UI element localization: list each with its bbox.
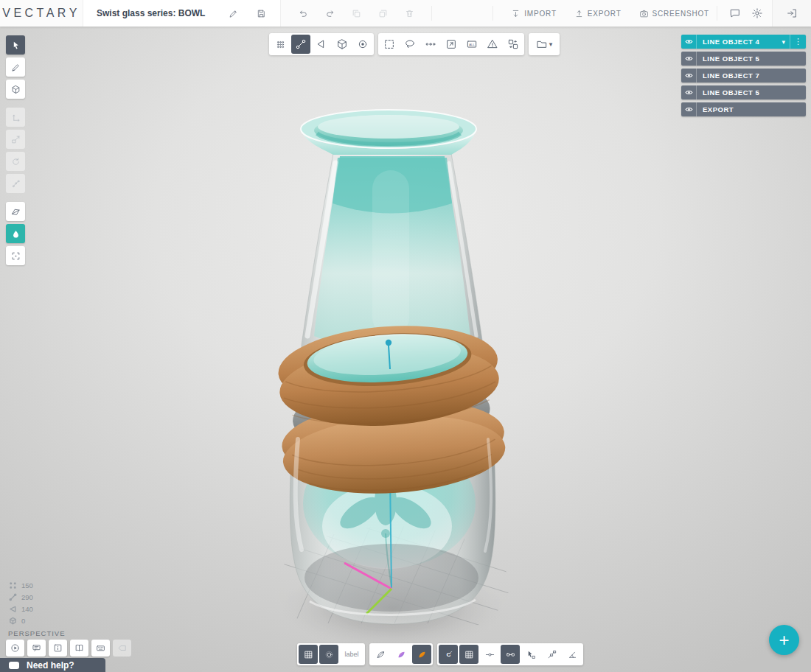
swap-selection-button[interactable]: [504, 35, 523, 54]
axis-y-line: [390, 477, 391, 588]
layer-caret-down-icon[interactable]: ▾: [782, 38, 790, 46]
visibility-eye-icon[interactable]: [681, 52, 697, 66]
app-window: VECTARY Swist glass series: BOWL: [0, 0, 811, 672]
layer-row[interactable]: LINE OBJECT 4 ▾ ⋮: [681, 35, 806, 49]
visibility-eye-icon[interactable]: [681, 35, 697, 49]
material-mode-button[interactable]: [412, 645, 431, 664]
app-logo[interactable]: VECTARY: [0, 7, 83, 20]
3d-viewport[interactable]: [0, 27, 811, 672]
undo-icon[interactable]: [294, 4, 312, 22]
snap-points-tool-button[interactable]: [6, 174, 25, 193]
selection-group: ALL: [378, 33, 524, 55]
faces-icon: [9, 605, 17, 613]
documentation-book-button[interactable]: [70, 640, 88, 657]
grow-selection-button[interactable]: [442, 35, 461, 54]
document-tab[interactable]: Swist glass series: BOWL: [83, 0, 281, 27]
loop-select-button[interactable]: [421, 35, 440, 54]
import-icon: [511, 9, 521, 18]
wireframe-mode-button[interactable]: [371, 645, 390, 664]
import-button[interactable]: IMPORT: [504, 9, 564, 18]
material-tool-button[interactable]: [6, 224, 25, 243]
soft-shading-button[interactable]: [319, 645, 338, 664]
angle-snap-button[interactable]: [563, 645, 582, 664]
screenshot-button[interactable]: SCREENSHOT: [632, 9, 717, 18]
select-tool-button[interactable]: [6, 35, 25, 55]
edit-actions: [281, 6, 432, 21]
rename-icon[interactable]: [224, 4, 242, 22]
save-icon[interactable]: [252, 4, 270, 22]
grid-toggle-button[interactable]: [299, 645, 318, 664]
snapping-group: C: [437, 643, 583, 665]
redo-icon[interactable]: [321, 4, 338, 22]
top-bar: VECTARY Swist glass series: BOWL: [0, 0, 811, 27]
matcap-mode-button[interactable]: [391, 645, 411, 664]
display-group: label: [297, 643, 365, 665]
camera-icon: [639, 9, 649, 18]
settings-gear-icon[interactable]: [748, 4, 766, 22]
export-button[interactable]: EXPORT: [567, 9, 629, 18]
rim-opening: [301, 110, 476, 148]
feedback-comment-button[interactable]: [27, 640, 46, 657]
select-all-button[interactable]: ALL: [462, 35, 481, 54]
marquee-select-button[interactable]: [380, 35, 399, 54]
delete-icon[interactable]: [400, 4, 418, 22]
add-object-fab[interactable]: +: [769, 625, 799, 655]
normals-warning-button[interactable]: [483, 35, 502, 54]
copy-icon[interactable]: [374, 4, 391, 22]
visibility-eye-icon[interactable]: [681, 102, 697, 116]
edge-snap-button[interactable]: [501, 645, 520, 664]
primitive-tool-button[interactable]: [6, 80, 25, 99]
geometry-stats: 150 290 140 0: [9, 581, 33, 625]
svg-text:ALL: ALL: [469, 43, 475, 46]
layer-row[interactable]: LINE OBJECT 7: [681, 69, 806, 83]
duplicate-icon[interactable]: [347, 4, 365, 22]
glass-bowl-body: [290, 430, 495, 624]
object-mode-button[interactable]: [333, 35, 352, 54]
document-title: Swist glass series: BOWL: [97, 8, 205, 18]
soft-select-button[interactable]: [353, 35, 372, 54]
layer-row[interactable]: LINE OBJECT 5: [681, 52, 806, 66]
left-toolbar: [6, 35, 25, 265]
visibility-eye-icon[interactable]: [681, 69, 697, 83]
scale-tool-button[interactable]: [6, 130, 25, 149]
edge-mode-button[interactable]: [291, 35, 310, 54]
project-folder-button[interactable]: ▾: [530, 35, 558, 54]
objects-icon: [9, 617, 17, 625]
ground-shadow: [281, 565, 505, 651]
move-tool-button[interactable]: [6, 108, 25, 127]
focus-tool-button[interactable]: [6, 246, 25, 265]
magnet-snap-button[interactable]: C: [439, 645, 458, 664]
visibility-eye-icon[interactable]: [681, 85, 697, 99]
edge-count: 290: [9, 593, 33, 601]
vertices-icon: [9, 581, 17, 589]
draw-tool-button[interactable]: [6, 57, 25, 77]
lasso-select-button[interactable]: [400, 35, 420, 54]
boolean-tool-button[interactable]: [6, 202, 25, 221]
hide-panel-tag-button[interactable]: [113, 640, 131, 657]
layer-menu-kebab-icon[interactable]: ⋮: [790, 35, 806, 49]
gizmo-handle[interactable]: [386, 340, 391, 346]
vertex-snap-button[interactable]: [480, 645, 499, 664]
layer-row[interactable]: EXPORT: [681, 102, 806, 116]
bowl-teal-interior: [303, 438, 476, 568]
gizmo-stem[interactable]: [389, 346, 390, 369]
path-snap-button[interactable]: [542, 645, 561, 664]
need-help-button[interactable]: Need help?: [0, 658, 105, 672]
vertex-mode-button[interactable]: [271, 35, 290, 54]
cursor-snap-button[interactable]: [521, 645, 540, 664]
tutorials-play-button[interactable]: [6, 640, 24, 657]
rotate-tool-button[interactable]: [6, 152, 25, 171]
chat-icon[interactable]: [726, 4, 744, 22]
exit-icon[interactable]: [783, 4, 801, 22]
silver-band: [290, 371, 492, 458]
projection-label[interactable]: PERSPECTIVE: [8, 629, 66, 637]
file-actions: IMPORT EXPORT SCREENSHOT: [492, 6, 717, 21]
label-toggle-button[interactable]: label: [340, 645, 363, 664]
exit-area: [772, 0, 811, 27]
top-toolbar: ALL ▾: [269, 33, 560, 55]
grid-snap-button[interactable]: [459, 645, 478, 664]
shortcuts-keyboard-button[interactable]: [91, 640, 110, 657]
layer-row[interactable]: LINE OBJECT 5: [681, 85, 806, 99]
face-mode-button[interactable]: [312, 35, 331, 54]
info-button[interactable]: [49, 640, 67, 657]
